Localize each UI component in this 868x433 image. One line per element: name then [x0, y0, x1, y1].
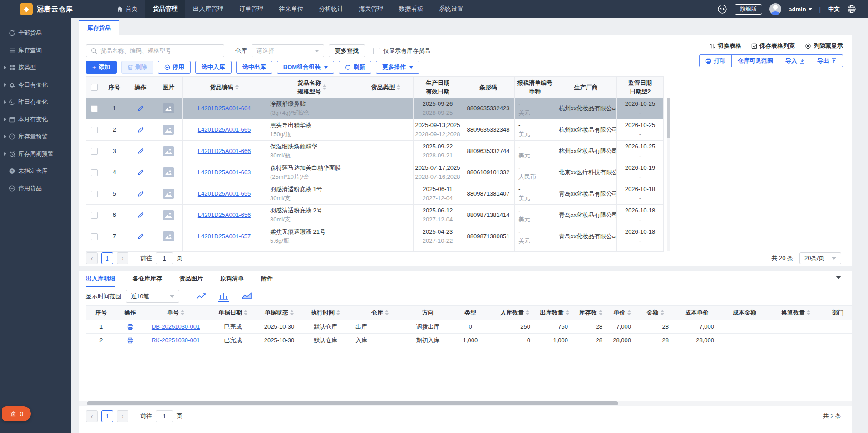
export-button[interactable]: 导出 — [811, 54, 843, 67]
nav-item-orders[interactable]: 订单管理 — [232, 0, 271, 18]
goods-code-link[interactable]: L4201D25A001-666 — [198, 147, 251, 156]
expand-arrow-icon[interactable] — [4, 100, 6, 104]
sort-icon[interactable] — [599, 310, 602, 315]
tab-inout-detail[interactable]: 出入库明细 — [86, 271, 115, 287]
goods-code-link[interactable]: L4201D25A001-663 — [198, 168, 251, 177]
prev-page-button[interactable]: ‹ — [86, 252, 98, 264]
row-checkbox[interactable] — [91, 233, 98, 240]
expand-arrow-icon[interactable] — [4, 135, 6, 138]
nav-item-settings[interactable]: 系统设置 — [431, 0, 471, 18]
document-link[interactable]: RK-20251030-001 — [152, 337, 200, 344]
print-icon[interactable] — [127, 324, 133, 330]
data-usage-icon[interactable] — [717, 4, 727, 14]
next-page-button[interactable]: › — [117, 252, 128, 264]
tab-warehouse-stock[interactable]: 各仓库库存 — [133, 271, 162, 287]
add-button[interactable]: +添加 — [86, 61, 117, 74]
sort-icon[interactable] — [807, 310, 810, 315]
sidebar-item-3[interactable]: 按类型 — [0, 59, 71, 76]
tab-goods-images[interactable]: 货品图片 — [179, 271, 203, 287]
nav-item-customs[interactable]: 海关管理 — [351, 0, 391, 18]
sort-icon[interactable] — [566, 310, 569, 315]
sidebar-item-1[interactable]: 全部货品 — [0, 25, 71, 42]
goods-code-link[interactable]: L4201D25A001-657 — [198, 232, 251, 241]
sort-icon[interactable] — [323, 84, 326, 90]
table-row[interactable]: 4L4201D25A001-663森特莲马达加美白精华面膜(25ml*10片)/… — [86, 162, 664, 183]
sort-icon[interactable] — [235, 84, 239, 90]
nav-item-dashboard[interactable]: 数据看板 — [391, 0, 431, 18]
row-checkbox[interactable] — [91, 105, 98, 112]
line-chart-button[interactable] — [196, 291, 207, 300]
row-checkbox[interactable] — [91, 127, 98, 133]
edit-icon[interactable] — [138, 105, 144, 112]
time-range-select[interactable]: 近10笔 — [126, 290, 179, 303]
sort-icon[interactable] — [290, 310, 294, 315]
switch-table-button[interactable]: 切换表格 — [710, 42, 741, 50]
item-image[interactable] — [163, 125, 174, 135]
tab-stock-goods[interactable]: 库存货品 — [79, 20, 119, 35]
sort-icon[interactable] — [336, 310, 340, 315]
sidebar-item-9[interactable]: ?未指定仓库 — [0, 162, 71, 180]
item-image[interactable] — [163, 146, 174, 156]
item-image[interactable] — [163, 210, 174, 220]
sort-icon[interactable] — [244, 310, 247, 315]
goto-page-input[interactable]: 1 — [156, 410, 173, 422]
print-button[interactable]: 打印 — [699, 54, 732, 67]
next-page-button[interactable]: › — [117, 410, 128, 422]
sort-icon[interactable] — [181, 310, 184, 315]
edit-icon[interactable] — [138, 191, 144, 197]
edit-icon[interactable] — [138, 169, 144, 176]
edit-icon[interactable] — [138, 212, 144, 218]
column-visibility-button[interactable]: 列隐藏显示 — [805, 42, 843, 50]
item-image[interactable] — [163, 167, 174, 177]
goods-code-link[interactable]: L4201D25A001-656 — [198, 211, 251, 220]
language-switch[interactable]: 中文 — [828, 5, 840, 13]
nav-item-home[interactable]: 首页 — [109, 0, 145, 18]
more-search-button[interactable]: 更多查找 — [329, 44, 365, 57]
globe-icon[interactable] — [847, 5, 856, 14]
expand-arrow-icon[interactable] — [4, 66, 6, 69]
nav-item-analytics[interactable]: 分析统计 — [311, 0, 351, 18]
disable-button[interactable]: 停用 — [158, 61, 191, 74]
sidebar-item-5[interactable]: 昨日有变化 — [0, 93, 71, 111]
nav-item-goods[interactable]: 货品管理 — [145, 0, 185, 18]
nav-item-inout[interactable]: 出入库管理 — [185, 0, 232, 18]
table-vertical-scrollbar[interactable] — [667, 98, 670, 251]
sort-icon[interactable] — [397, 84, 400, 90]
delete-button[interactable]: 删除 — [121, 61, 153, 74]
table-row[interactable]: 1DB-20251030-001已完成2025-10-30默认仓库出库调拨出库0… — [86, 320, 852, 334]
sidebar-item-8[interactable]: 库存周期预警 — [0, 145, 71, 162]
table-row[interactable]: 7L4201D25A001-657柔焦无痕遮瑕液 21号5.6g/瓶2025-0… — [86, 226, 664, 247]
selected-outbound-button[interactable]: 选中出库 — [236, 61, 272, 74]
sort-icon[interactable] — [661, 310, 664, 315]
collapse-panel-chevron-icon[interactable] — [836, 276, 841, 279]
goods-code-link[interactable]: L4201D25A001-665 — [198, 125, 251, 134]
sort-icon[interactable] — [627, 310, 631, 315]
alert-badge[interactable]: 0 — [2, 406, 31, 421]
sidebar-item-2[interactable]: 库存查询 — [0, 42, 71, 59]
edit-icon[interactable] — [138, 233, 144, 240]
goods-code-link[interactable]: L4201D25A001-655 — [198, 189, 251, 198]
horizontal-scrollbar[interactable] — [79, 401, 852, 406]
bar-chart-button[interactable] — [218, 291, 229, 302]
select-all-checkbox[interactable] — [91, 84, 98, 91]
sidebar-item-10[interactable]: 停用货品 — [0, 180, 71, 197]
refresh-button[interactable]: 刷新 — [339, 61, 371, 74]
item-image[interactable] — [163, 103, 174, 113]
edit-icon[interactable] — [138, 127, 144, 133]
current-page-button[interactable]: 1 — [101, 410, 113, 422]
search-input[interactable]: 货品名称、编码、规格型号 — [86, 44, 224, 57]
page-size-select[interactable]: 20条/页 — [799, 252, 841, 264]
sidebar-item-6[interactable]: 本月有变化 — [0, 111, 71, 128]
table-row[interactable]: 2L4201D25A001-665黑头导出精华液150g/瓶2025-09-13… — [86, 119, 664, 141]
sort-icon[interactable] — [526, 310, 529, 315]
item-image[interactable] — [163, 189, 174, 199]
tab-attachments[interactable]: 附件 — [261, 271, 273, 287]
sidebar-item-7[interactable]: 库存量预警 — [0, 128, 71, 145]
goto-page-input[interactable]: 1 — [156, 252, 173, 264]
nav-item-partners[interactable]: 往来单位 — [271, 0, 311, 18]
goods-code-link[interactable]: L4201D25A001-664 — [198, 104, 251, 113]
prev-page-button[interactable]: ‹ — [86, 410, 98, 422]
sidebar-item-4[interactable]: 今日有变化 — [0, 76, 71, 93]
save-column-width-button[interactable]: 保存表格列宽 — [751, 42, 795, 50]
user-menu[interactable]: admin — [789, 6, 812, 13]
